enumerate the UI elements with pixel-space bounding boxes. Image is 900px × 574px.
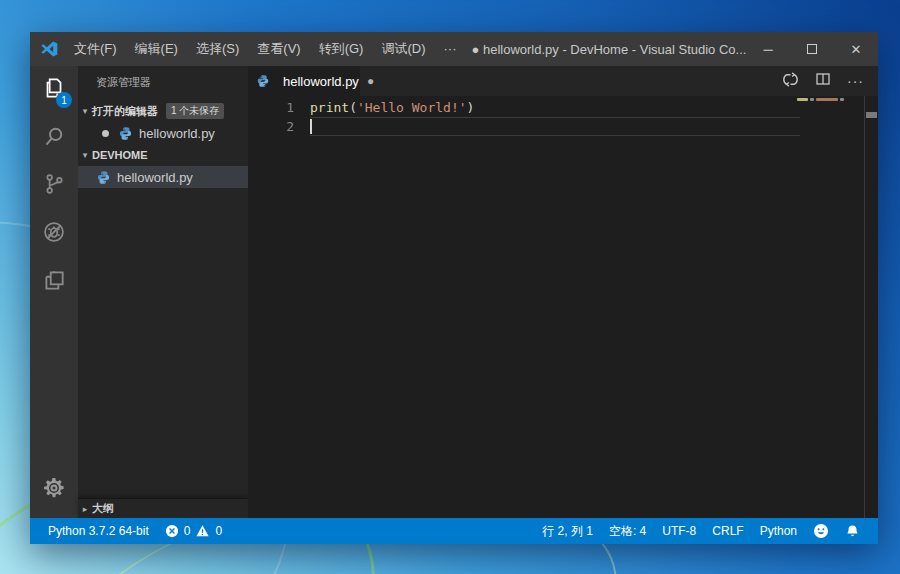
encoding-label: UTF-8: [662, 524, 696, 538]
notifications-button[interactable]: [837, 524, 868, 539]
window-controls: ─ ✕: [746, 32, 878, 66]
tab-bar: helloworld.py ●: [248, 66, 878, 96]
sidebar-explorer: 资源管理器 ▾ 打开的编辑器 1 个未保存 helloworld.py: [78, 66, 248, 518]
scrollbar[interactable]: [864, 96, 878, 518]
error-count: 0: [184, 524, 191, 538]
python-file-icon: [96, 170, 111, 185]
main-area: 1: [30, 66, 878, 518]
file-item-helloworld[interactable]: helloworld.py: [78, 166, 248, 188]
outline-label: 大纲: [92, 501, 114, 516]
sidebar-title: 资源管理器: [78, 66, 248, 100]
tab-strip-empty: [360, 66, 782, 96]
tab-helloworld[interactable]: helloworld.py ●: [248, 66, 360, 96]
status-bar: Python 3.7.2 64-bit 0 0 行 2, 列 1 空格: 4: [30, 518, 878, 544]
warning-count: 0: [215, 524, 222, 538]
extensions-icon: [41, 267, 67, 297]
open-editors-header[interactable]: ▾ 打开的编辑器 1 个未保存: [78, 100, 248, 122]
status-bar-right: 行 2, 列 1 空格: 4 UTF-8 CRLF Python: [534, 523, 868, 540]
code-editor[interactable]: 1 print('Hello World!') 2: [248, 96, 878, 518]
chevron-expanded-icon: ▾: [78, 150, 92, 160]
menu-go[interactable]: 转到(G): [310, 32, 373, 66]
open-changes-icon[interactable]: [782, 71, 799, 92]
menu-edit[interactable]: 编辑(E): [126, 32, 187, 66]
activity-explorer-button[interactable]: 1: [30, 66, 78, 114]
activity-source-control-button[interactable]: [30, 162, 78, 210]
open-editor-item-helloworld[interactable]: helloworld.py: [78, 122, 248, 144]
chevron-collapsed-icon: ▸: [78, 504, 92, 514]
search-icon: [41, 123, 67, 153]
activity-bar: 1: [30, 66, 78, 518]
text-cursor: [310, 119, 312, 134]
unsaved-badge: 1 个未保存: [166, 103, 224, 119]
line-number: 2: [248, 119, 294, 134]
cursor-position-status[interactable]: 行 2, 列 1: [534, 523, 601, 540]
close-button[interactable]: ✕: [834, 32, 878, 66]
desktop-background: 文件(F) 编辑(E) 选择(S) 查看(V) 转到(G) 调试(D) ··· …: [0, 0, 900, 574]
menu-view[interactable]: 查看(V): [248, 32, 309, 66]
encoding-status[interactable]: UTF-8: [654, 524, 704, 538]
problems-status[interactable]: 0 0: [157, 518, 230, 544]
gear-icon: [42, 476, 66, 504]
editor-group: helloworld.py ●: [248, 66, 878, 518]
outline-section-header[interactable]: ▸ 大纲: [78, 498, 248, 518]
title-bar: 文件(F) 编辑(E) 选择(S) 查看(V) 转到(G) 调试(D) ··· …: [30, 32, 878, 66]
folder-label: DEVHOME: [92, 149, 148, 161]
activity-debug-button[interactable]: [30, 210, 78, 258]
minimap-line: [797, 98, 844, 101]
overview-ruler-cursor-marker: [866, 112, 877, 118]
open-editors-label: 打开的编辑器: [92, 104, 158, 119]
folder-header-devhome[interactable]: ▾ DEVHOME: [78, 144, 248, 166]
modified-dot-icon: [102, 130, 109, 137]
editor-actions: ···: [782, 66, 878, 96]
tab-label: helloworld.py: [283, 74, 359, 89]
settings-button[interactable]: [30, 470, 78, 510]
file-name: helloworld.py: [117, 170, 193, 185]
feedback-button[interactable]: [805, 523, 837, 539]
python-file-icon: [118, 126, 133, 141]
menu-overflow[interactable]: ···: [434, 32, 465, 66]
code-text: print('Hello World!'): [310, 100, 474, 115]
bell-icon: [845, 524, 860, 539]
line-number: 1: [248, 100, 294, 115]
line-col-label: 行 2, 列 1: [542, 523, 593, 540]
debug-icon: [41, 219, 67, 249]
source-control-icon: [41, 171, 67, 201]
more-actions-icon[interactable]: ···: [847, 73, 864, 89]
maximize-icon: [807, 44, 817, 54]
explorer-badge: 1: [56, 92, 72, 108]
error-icon: [165, 524, 179, 538]
smiley-icon: [813, 523, 829, 539]
vscode-logo-icon: [39, 39, 59, 59]
vscode-window: 文件(F) 编辑(E) 选择(S) 查看(V) 转到(G) 调试(D) ··· …: [30, 32, 878, 544]
menu-file[interactable]: 文件(F): [65, 32, 126, 66]
language-mode-status[interactable]: Python: [752, 524, 805, 538]
minimap[interactable]: [792, 96, 864, 518]
code-line-2: 2: [248, 117, 878, 136]
indentation-status[interactable]: 空格: 4: [601, 523, 654, 540]
maximize-button[interactable]: [790, 32, 834, 66]
open-editor-file-name: helloworld.py: [139, 126, 215, 141]
python-version-label: Python 3.7.2 64-bit: [48, 524, 149, 538]
minimize-button[interactable]: ─: [746, 32, 790, 66]
window-title: ● helloworld.py - DevHome - Visual Studi…: [465, 42, 746, 57]
split-editor-icon[interactable]: [815, 71, 831, 91]
activity-search-button[interactable]: [30, 114, 78, 162]
activity-extensions-button[interactable]: [30, 258, 78, 306]
chevron-expanded-icon: ▾: [78, 106, 92, 116]
eol-label: CRLF: [712, 524, 743, 538]
eol-status[interactable]: CRLF: [704, 524, 751, 538]
spaces-label: 空格: 4: [609, 523, 646, 540]
code-line-1: 1 print('Hello World!'): [248, 98, 878, 117]
warning-icon: [195, 524, 210, 538]
menu-bar: 文件(F) 编辑(E) 选择(S) 查看(V) 转到(G) 调试(D) ···: [65, 32, 465, 66]
menu-selection[interactable]: 选择(S): [187, 32, 248, 66]
python-file-icon: [256, 74, 271, 89]
python-interpreter-status[interactable]: Python 3.7.2 64-bit: [40, 518, 157, 544]
menu-debug[interactable]: 调试(D): [372, 32, 434, 66]
language-label: Python: [760, 524, 797, 538]
